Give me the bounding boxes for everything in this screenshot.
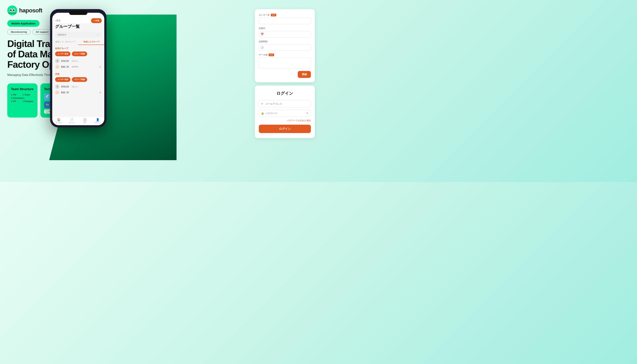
nav-form[interactable]: 📄 フォーム bbox=[65, 118, 78, 124]
phone-frame: ‹ 戻る + 作成 グループ一覧 検索条件 ⌄ 参加しているグループ bbox=[50, 9, 106, 128]
add-user-btn-2[interactable]: ユーザー追加 bbox=[55, 77, 70, 82]
sensor-name-field: センサー名 必須 bbox=[259, 14, 311, 24]
bottom-nav: 🏠 ポータル 📄 フォーム ⬜ QR 👤 アカウント bbox=[52, 117, 104, 125]
svg-point-3 bbox=[10, 9, 12, 11]
date-input-row: 📅 bbox=[259, 31, 311, 38]
member-avatar-1: 管 bbox=[55, 59, 60, 63]
calendar-icon: 📅 bbox=[260, 33, 264, 36]
eye-icon[interactable]: 👁 bbox=[306, 112, 309, 115]
member-name-2: 業務二郎 bbox=[61, 91, 69, 94]
nav-portal[interactable]: 🏠 ポータル bbox=[52, 118, 65, 124]
app-back-btn[interactable]: ‹ 戻る bbox=[55, 19, 60, 22]
team-tester: 2 Tester bbox=[22, 94, 34, 96]
svg-point-5 bbox=[11, 10, 12, 10]
chevron-down-icon: ⌄ bbox=[97, 33, 99, 36]
date-input[interactable] bbox=[259, 31, 311, 38]
group1-label: 社内グループ bbox=[55, 47, 101, 50]
member-tag: （参加者） bbox=[70, 66, 80, 68]
member-row-2: 📋 業務二郎 （参加者） ⊖ bbox=[55, 64, 101, 70]
data-value-label: データ値 必須 bbox=[259, 53, 311, 56]
manager-name-2: 管理太郎 bbox=[61, 85, 69, 88]
svg-rect-10 bbox=[10, 13, 15, 14]
member-avatar-3: 管 bbox=[55, 84, 60, 89]
nav-qr[interactable]: ⬜ QR bbox=[78, 118, 91, 124]
email-input[interactable] bbox=[259, 100, 311, 108]
phone-screen: ‹ 戻る + 作成 グループ一覧 検索条件 ⌄ 参加しているグループ bbox=[52, 13, 104, 125]
back-arrow-icon: ‹ bbox=[55, 20, 56, 22]
record-time-label: 記録時刻 bbox=[259, 40, 311, 43]
logo-area: haposoft bbox=[7, 6, 42, 16]
typescript-icon: TS bbox=[44, 102, 50, 108]
team-pm: 1 PM bbox=[11, 94, 22, 96]
team-po: 1 PO bbox=[11, 100, 22, 103]
login-button[interactable]: ログイン bbox=[259, 125, 311, 133]
group-section-2: 共有 ユーザー追加 グループ削除 管 管理太郎 （あなた） 📋 業務二郎 bbox=[52, 71, 104, 96]
remove-member-btn-2[interactable]: ⊖ bbox=[99, 91, 101, 94]
sensor-form-card: センサー名 必須 記録日 📅 記録時刻 🕐 データ値 必須 bbox=[255, 9, 315, 82]
tab-created[interactable]: 作成したグループ bbox=[78, 39, 104, 45]
team-dev: 4 Developers bbox=[11, 97, 34, 99]
sensor-name-input[interactable] bbox=[259, 18, 311, 24]
svg-point-11 bbox=[9, 13, 10, 14]
login-title: ログイン bbox=[259, 91, 311, 96]
member-row-4: 📋 業務二郎 ⊖ bbox=[55, 90, 101, 95]
sensor-name-label: センサー名 必須 bbox=[259, 14, 311, 16]
member-avatar-2: 📋 bbox=[55, 64, 60, 69]
add-user-btn-1[interactable]: ユーザー追加 bbox=[55, 52, 70, 56]
member-avatar-4: 📋 bbox=[55, 90, 60, 95]
app-screen-title: グループ一覧 bbox=[52, 23, 104, 31]
svg-point-6 bbox=[14, 10, 14, 10]
team-card: Team Structure 1 PM 2 Tester 4 Developer… bbox=[7, 83, 38, 118]
search-bar[interactable]: 検索条件 ⌄ bbox=[55, 32, 101, 38]
search-label: 検索条件 bbox=[58, 33, 66, 36]
team-grid: 1 PM 2 Tester 4 Developers 1 PO 1 Design… bbox=[11, 94, 34, 103]
btn-row-2: ユーザー追加 グループ削除 bbox=[55, 77, 101, 82]
forgot-password-link[interactable]: パスワードを忘れた場合 bbox=[259, 119, 311, 122]
btn-row-1: ユーザー追加 グループ削除 bbox=[55, 52, 101, 56]
member-row-1: 管 管理太郎 （あなた） bbox=[55, 58, 101, 64]
record-date-field: 記録日 📅 bbox=[259, 27, 311, 38]
delete-group-btn-1[interactable]: グループ削除 bbox=[72, 52, 87, 56]
right-panel: センサー名 必須 記録日 📅 記録時刻 🕐 データ値 必須 bbox=[255, 9, 315, 138]
team-designer: 1 Designer bbox=[22, 100, 34, 103]
required-badge-2: 必須 bbox=[269, 54, 274, 56]
create-button[interactable]: + 作成 bbox=[91, 18, 102, 23]
time-input[interactable] bbox=[259, 44, 311, 51]
nav-account[interactable]: 👤 アカウント bbox=[91, 118, 104, 124]
record-date-label: 記録日 bbox=[259, 27, 311, 30]
delete-group-btn-2[interactable]: グループ削除 bbox=[72, 77, 87, 82]
group2-label: 共有 bbox=[55, 72, 101, 76]
phone-notch-pill bbox=[69, 10, 87, 15]
tab-joined[interactable]: 参加しているグループ bbox=[52, 39, 78, 45]
record-time-field: 記録時刻 🕐 bbox=[259, 40, 311, 51]
phone-notch bbox=[68, 9, 88, 14]
data-value-field: データ値 必須 bbox=[259, 53, 311, 68]
form-icon: 📄 bbox=[65, 118, 78, 122]
manager-tag-2: （あなた） bbox=[70, 85, 80, 88]
qr-icon: ⬜ bbox=[78, 118, 91, 122]
member-name: 業務二郎 bbox=[61, 66, 69, 68]
password-input[interactable] bbox=[259, 110, 311, 117]
back-label: 戻る bbox=[56, 19, 60, 22]
password-field-wrap: 🔒 👁 bbox=[259, 110, 311, 117]
phone-area: ‹ 戻る + 作成 グループ一覧 検索条件 ⌄ 参加しているグループ bbox=[60, 4, 151, 175]
manager-name: 管理太郎 bbox=[61, 60, 69, 62]
portal-icon: 🏠 bbox=[52, 118, 65, 122]
data-value-input-area[interactable] bbox=[259, 58, 311, 68]
member-row-3: 管 管理太郎 （あなた） bbox=[55, 84, 101, 90]
email-icon: ✉ bbox=[261, 102, 263, 105]
required-badge-1: 必須 bbox=[271, 14, 276, 16]
tabs-row: 参加しているグループ 作成したグループ bbox=[52, 39, 104, 45]
svg-point-4 bbox=[13, 9, 15, 11]
account-icon: 👤 bbox=[91, 118, 104, 122]
remove-member-btn[interactable]: ⊖ bbox=[99, 65, 101, 68]
clock-icon: 🕐 bbox=[260, 46, 264, 49]
logo-text: haposoft bbox=[19, 7, 42, 14]
time-input-row: 🕐 bbox=[259, 44, 311, 51]
lock-icon: 🔒 bbox=[261, 112, 264, 115]
team-card-title: Team Structure bbox=[11, 87, 34, 91]
register-button[interactable]: 登録 bbox=[298, 71, 311, 78]
flutter-icon bbox=[44, 94, 50, 100]
haposoft-logo-icon bbox=[7, 6, 17, 16]
login-card: ログイン ✉ 🔒 👁 パスワードを忘れた場合 ログイン bbox=[255, 86, 315, 138]
